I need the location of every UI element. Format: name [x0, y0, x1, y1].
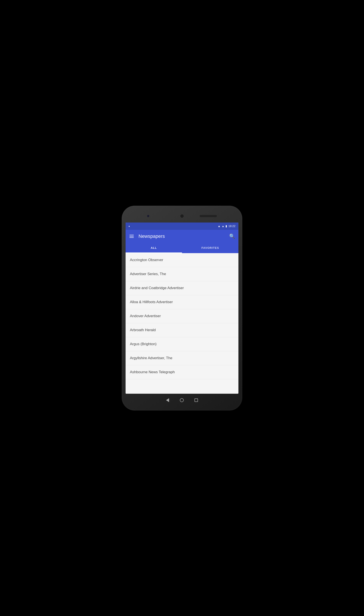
- list-item[interactable]: Alloa & Hillfoots Advertiser: [126, 295, 238, 309]
- phone-speaker: [200, 215, 217, 217]
- nav-recents-button[interactable]: [195, 398, 198, 402]
- tabs-container: ALL FAVORITES: [126, 243, 238, 253]
- list-item[interactable]: Advertiser Series, The: [126, 267, 238, 281]
- list-item[interactable]: Ashbourne News Telegraph: [126, 365, 238, 379]
- battery-icon: ▮: [225, 224, 227, 228]
- phone-screen: ♦ ▲ ▲ ▮ 18:22 Newspapers 🔍 ALL: [126, 222, 238, 394]
- phone-camera: [181, 215, 183, 218]
- status-bar: ♦ ▲ ▲ ▮ 18:22: [126, 222, 238, 230]
- list-item[interactable]: Airdrie and Coatbridge Advertiser: [126, 281, 238, 295]
- signal-icon: ▲: [222, 225, 224, 228]
- list-item[interactable]: Andover Advertiser: [126, 309, 238, 323]
- phone-top-bar: [126, 210, 238, 222]
- app-bar: Newspapers 🔍: [126, 230, 238, 243]
- status-left: ♦: [129, 225, 130, 227]
- list-item[interactable]: Accrington Observer: [126, 253, 238, 267]
- menu-button[interactable]: [129, 234, 134, 238]
- app-title: Newspapers: [139, 233, 225, 239]
- search-icon[interactable]: 🔍: [229, 233, 235, 239]
- newspaper-list[interactable]: Accrington Observer Advertiser Series, T…: [126, 253, 238, 394]
- tab-all[interactable]: ALL: [126, 243, 182, 253]
- phone-device: ♦ ▲ ▲ ▮ 18:22 Newspapers 🔍 ALL: [122, 206, 242, 411]
- status-right: ▲ ▲ ▮ 18:22: [218, 224, 235, 228]
- phone-sensor: [147, 215, 149, 217]
- list-item[interactable]: Arbroath Herald: [126, 323, 238, 337]
- nav-back-button[interactable]: [166, 398, 169, 402]
- notification-icon: ♦: [129, 225, 130, 227]
- nav-home-button[interactable]: [180, 398, 184, 402]
- phone-nav-bar: [126, 394, 238, 407]
- wifi-icon: ▲: [218, 224, 221, 228]
- status-time: 18:22: [228, 224, 235, 228]
- tab-favorites[interactable]: FAVORITES: [182, 243, 238, 253]
- list-item[interactable]: Argyllshire Advertiser, The: [126, 351, 238, 365]
- list-item[interactable]: Argus (Brighton): [126, 337, 238, 351]
